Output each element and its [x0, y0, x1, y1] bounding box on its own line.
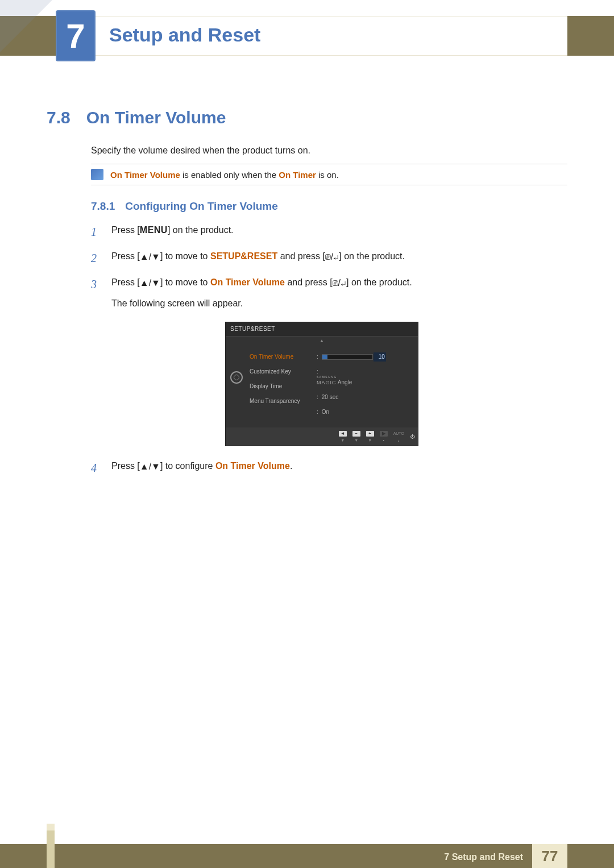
- osd-row-label: Display Time: [250, 379, 317, 394]
- note-box: On Timer Volume is enabled only when the…: [91, 164, 567, 185]
- footer-chapter-ref: 7 Setup and Reset: [444, 852, 523, 862]
- osd-row-value: :20 sec: [317, 390, 413, 405]
- osd-category-icon-col: [230, 350, 250, 420]
- gear-icon: [230, 371, 243, 384]
- menu-button-label: MENU: [140, 225, 168, 235]
- step-3: 3 Press [▲/▼] to move to On Timer Volume…: [91, 275, 567, 451]
- step-2: 2 Press [▲/▼] to move to SETUP&RESET and…: [91, 249, 567, 267]
- step-body: Press [▲/▼] to move to SETUP&RESET and p…: [111, 249, 567, 267]
- up-down-icon: ▲/▼: [140, 276, 160, 290]
- steps-list: 1 Press [MENU] on the product. 2 Press […: [91, 223, 567, 485]
- volume-slider: [322, 354, 373, 360]
- note-text: On Timer Volume is enabled only when the…: [110, 170, 339, 180]
- osd-nav-plus-icon: +▼: [366, 431, 374, 443]
- section-title: On Timer Volume: [86, 108, 226, 127]
- section-number: 7.8: [47, 108, 70, 127]
- subsection-number: 7.8.1: [91, 200, 115, 213]
- footer-accent-decoration: [47, 830, 55, 868]
- step-body: Press [▲/▼] to configure On Timer Volume…: [111, 459, 567, 477]
- page-number: 77: [532, 844, 567, 868]
- osd-nav-power-icon: ⏻: [410, 434, 414, 441]
- osd-nav-minus-icon: −▼: [352, 431, 360, 443]
- osd-nav-left-icon: ◄▼: [339, 431, 347, 443]
- osd-row-label: Customized Key: [250, 364, 317, 379]
- osd-row-value: :10: [317, 350, 413, 364]
- osd-nav-auto-label: AUTO•: [393, 430, 404, 443]
- chapter-number-badge: 7: [56, 10, 96, 61]
- osd-footer-nav: ◄▼ −▼ +▼ ▶• AUTO• ⏻: [226, 427, 418, 445]
- chapter-title: Setup and Reset: [109, 24, 260, 46]
- subsection-title: Configuring On Timer Volume: [125, 200, 277, 213]
- section-heading: 7.8 On Timer Volume: [47, 108, 226, 127]
- step-4: 4 Press [▲/▼] to configure On Timer Volu…: [91, 459, 567, 477]
- section-intro: Specify the volume desired when the prod…: [91, 146, 310, 156]
- footer-accent-decoration: [47, 824, 55, 830]
- osd-row-label: On Timer Volume: [250, 350, 317, 364]
- step-number: 4: [91, 459, 101, 477]
- osd-screenshot: SETUP&RESET ▲ On Timer Volume Customized…: [225, 322, 418, 446]
- osd-values-col: :10 :SAMSUNGMAGIC Angle :20 sec :On: [317, 350, 413, 420]
- note-icon: [91, 169, 103, 180]
- osd-labels-col: On Timer Volume Customized Key Display T…: [250, 350, 317, 420]
- step-follow-text: The following screen will appear.: [111, 296, 567, 311]
- enter-icon: ⎚/↵: [333, 276, 346, 290]
- osd-scroll-up-icon: ▲: [226, 337, 418, 346]
- step-body: Press [▲/▼] to move to On Timer Volume a…: [111, 275, 567, 451]
- corner-fold-decoration: [0, 0, 52, 52]
- osd-row-label: Menu Transparency: [250, 394, 317, 409]
- osd-nav-right-icon: ▶•: [380, 431, 388, 443]
- step-1: 1 Press [MENU] on the product.: [91, 223, 567, 241]
- enter-icon: ⎚/↵: [325, 250, 339, 264]
- osd-row-value: :On: [317, 405, 413, 420]
- up-down-icon: ▲/▼: [140, 459, 160, 474]
- osd-title: SETUP&RESET: [226, 322, 418, 337]
- up-down-icon: ▲/▼: [140, 250, 160, 264]
- osd-row-value: :SAMSUNGMAGIC Angle: [317, 364, 413, 390]
- step-body: Press [MENU] on the product.: [111, 223, 567, 241]
- step-number: 3: [91, 275, 101, 451]
- step-number: 1: [91, 223, 101, 241]
- subsection-heading: 7.8.1 Configuring On Timer Volume: [91, 200, 278, 213]
- step-number: 2: [91, 249, 101, 267]
